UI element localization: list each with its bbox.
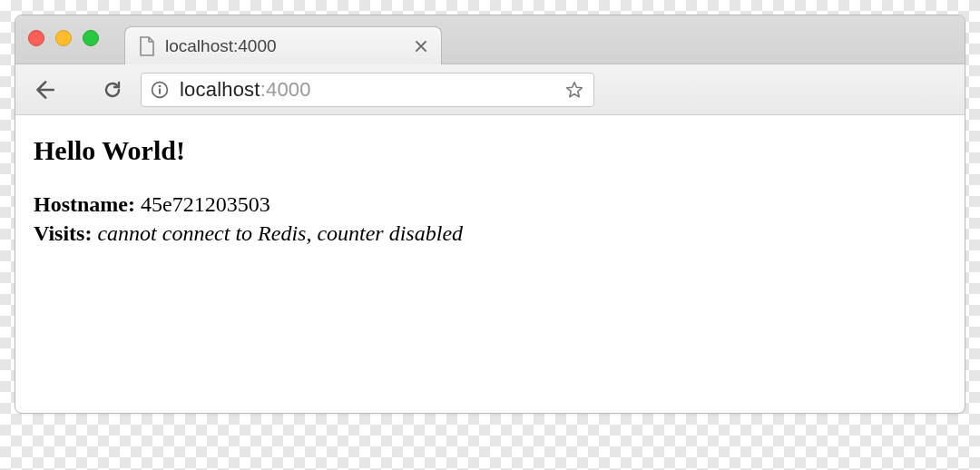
- bookmark-star-icon[interactable]: [564, 80, 584, 100]
- page-content: Hello World! Hostname: 45e721203503 Visi…: [15, 115, 965, 269]
- hostname-value: 45e721203503: [141, 192, 270, 216]
- tab-title: localhost:4000: [165, 36, 405, 56]
- svg-point-1: [159, 84, 162, 87]
- url-host: localhost: [180, 78, 260, 101]
- fullscreen-window-button[interactable]: [83, 30, 99, 46]
- hostname-label: Hostname:: [34, 192, 141, 216]
- tab-bar: localhost:4000: [15, 15, 965, 64]
- url-port: :4000: [260, 78, 311, 101]
- visits-value: cannot connect to Redis, counter disable…: [97, 221, 463, 245]
- back-button[interactable]: [30, 76, 57, 103]
- page-heading: Hello World!: [34, 135, 946, 166]
- tab-strip-empty: [442, 25, 965, 64]
- file-icon: [138, 35, 156, 57]
- window-controls: [28, 30, 99, 50]
- minimize-window-button[interactable]: [55, 30, 72, 46]
- close-tab-button[interactable]: [414, 39, 428, 54]
- browser-window: localhost:4000: [15, 15, 965, 414]
- visits-row: Visits: cannot connect to Redis, counter…: [34, 219, 946, 248]
- site-info-icon[interactable]: [151, 81, 169, 99]
- browser-tab[interactable]: localhost:4000: [124, 26, 442, 64]
- url-text: localhost:4000: [180, 78, 554, 102]
- reload-button[interactable]: [99, 76, 126, 103]
- close-window-button[interactable]: [28, 30, 44, 46]
- hostname-row: Hostname: 45e721203503: [34, 190, 946, 219]
- toolbar: localhost:4000: [15, 64, 965, 115]
- svg-rect-2: [159, 88, 161, 93]
- address-bar[interactable]: localhost:4000: [141, 73, 594, 107]
- visits-label: Visits:: [34, 221, 97, 245]
